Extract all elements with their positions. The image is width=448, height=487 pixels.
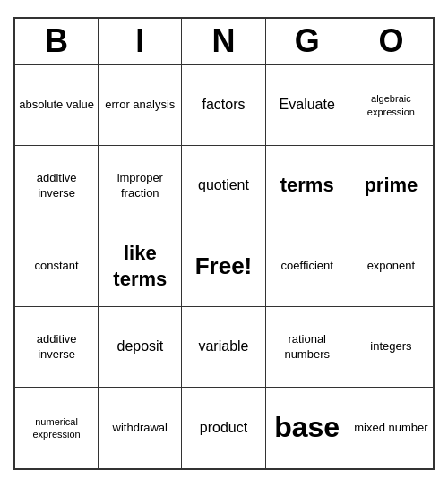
cell-label: prime	[364, 173, 418, 199]
cell-r0-c3: Evaluate	[266, 65, 349, 146]
cell-r1-c1: improper fraction	[99, 146, 182, 226]
cell-r3-c3: rational numbers	[266, 307, 349, 388]
cell-label: product	[200, 419, 247, 438]
cell-r1-c4: prime	[349, 146, 433, 226]
cell-r4-c0: numerical expression	[15, 388, 99, 468]
cell-r4-c2: product	[182, 388, 265, 468]
header-letter: I	[99, 19, 182, 64]
cell-label: factors	[202, 96, 245, 115]
cell-r2-c4: exponent	[349, 226, 433, 307]
cell-label: coefficient	[281, 259, 333, 274]
cell-r0-c1: error analysis	[99, 65, 182, 146]
cell-label: exponent	[367, 259, 416, 274]
cell-label: improper fraction	[102, 171, 177, 201]
cell-label: rational numbers	[270, 332, 345, 363]
cell-r4-c1: withdrawal	[99, 388, 182, 468]
bingo-header: BINGO	[15, 19, 433, 65]
header-letter: B	[15, 19, 99, 64]
cell-label: constant	[35, 259, 79, 274]
header-letter: O	[349, 19, 433, 64]
cell-label: algebraic expression	[353, 92, 429, 118]
cell-label: like terms	[102, 241, 177, 292]
cell-label: base	[274, 409, 340, 447]
cell-label: terms	[280, 173, 334, 199]
cell-r2-c1: like terms	[99, 226, 182, 307]
cell-r0-c2: factors	[182, 65, 265, 146]
cell-r3-c2: variable	[182, 307, 265, 388]
cell-label: quotient	[198, 176, 249, 195]
cell-label: deposit	[116, 337, 163, 356]
cell-r4-c4: mixed number	[349, 388, 433, 468]
cell-r1-c2: quotient	[182, 146, 265, 226]
cell-label: Free!	[195, 252, 253, 282]
cell-r3-c0: additive inverse	[15, 307, 99, 388]
cell-label: numerical expression	[19, 415, 94, 441]
cell-r0-c0: absolute value	[15, 65, 99, 146]
bingo-grid: absolute valueerror analysisfactorsEvalu…	[15, 65, 433, 468]
cell-label: withdrawal	[113, 421, 168, 436]
cell-label: Evaluate	[280, 96, 335, 115]
cell-r3-c1: deposit	[99, 307, 182, 388]
cell-r3-c4: integers	[349, 307, 433, 388]
cell-label: absolute value	[19, 98, 94, 113]
cell-r0-c4: algebraic expression	[349, 65, 433, 146]
header-letter: N	[182, 19, 265, 64]
cell-label: additive inverse	[19, 171, 94, 201]
cell-r2-c0: constant	[15, 226, 99, 307]
cell-label: variable	[198, 337, 248, 356]
cell-label: integers	[370, 339, 411, 355]
cell-label: error analysis	[105, 98, 175, 113]
header-letter: G	[266, 19, 349, 64]
cell-label: additive inverse	[19, 332, 94, 363]
cell-r2-c2: Free!	[182, 226, 265, 307]
cell-r2-c3: coefficient	[266, 226, 349, 307]
bingo-card: BINGO absolute valueerror analysisfactor…	[13, 17, 435, 470]
cell-r1-c0: additive inverse	[15, 146, 99, 226]
cell-label: mixed number	[354, 421, 427, 436]
cell-r1-c3: terms	[266, 146, 349, 226]
cell-r4-c3: base	[266, 388, 349, 468]
